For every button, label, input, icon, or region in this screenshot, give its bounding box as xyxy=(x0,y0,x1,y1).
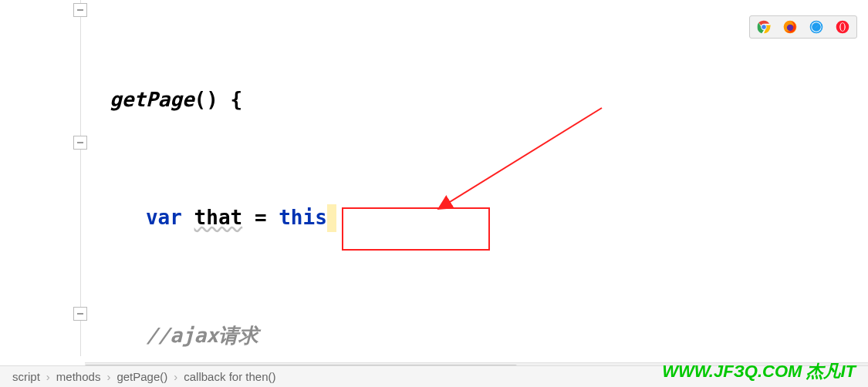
gutter xyxy=(0,0,85,356)
breadcrumb-item[interactable]: callback for then() xyxy=(184,370,275,383)
browser-toolbar xyxy=(749,15,857,39)
svg-line-0 xyxy=(440,108,602,208)
code-area[interactable]: getPage() { var that = this //ajax请求 axi… xyxy=(85,0,868,356)
chrome-icon[interactable] xyxy=(756,19,772,35)
code-line[interactable]: //ajax请求 xyxy=(85,316,868,355)
opera-icon[interactable] xyxy=(835,19,850,35)
watermark: WWW.JFЗQ.COM 杰凡IT xyxy=(662,360,856,383)
breadcrumb-item[interactable]: script xyxy=(12,370,40,383)
chevron-right-icon: › xyxy=(106,370,110,383)
code-line[interactable]: getPage() { xyxy=(85,80,868,119)
svg-point-5 xyxy=(787,25,793,31)
svg-point-8 xyxy=(812,22,821,32)
code-editor[interactable]: getPage() { var that = this //ajax请求 axi… xyxy=(0,0,868,356)
caret xyxy=(327,204,336,232)
svg-point-11 xyxy=(841,23,845,31)
breadcrumb-item[interactable]: methods xyxy=(56,370,101,383)
chevron-right-icon: › xyxy=(46,370,50,383)
code-line[interactable]: var that = this xyxy=(85,198,868,237)
breadcrumb-item[interactable]: getPage() xyxy=(117,370,167,383)
safari-icon[interactable] xyxy=(809,19,824,35)
firefox-icon[interactable] xyxy=(782,19,798,35)
chevron-right-icon: › xyxy=(174,370,177,383)
